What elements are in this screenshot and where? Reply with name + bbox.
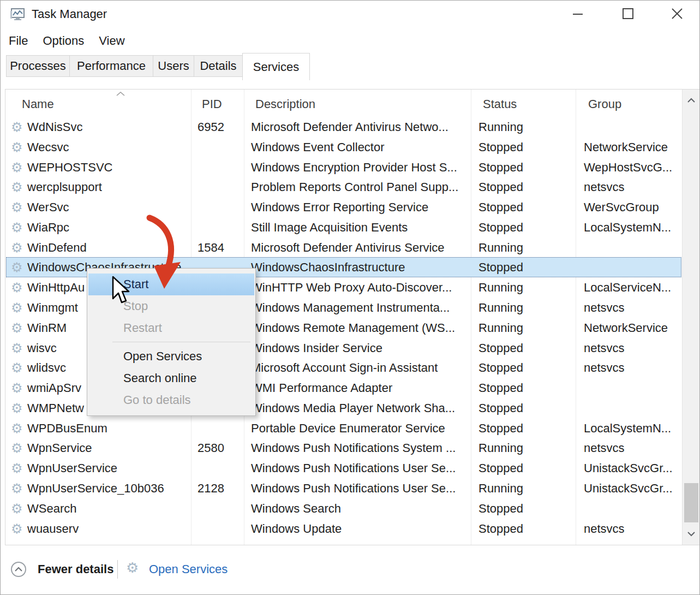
tab-details[interactable]: Details [194, 55, 243, 77]
group-cell: LocalSystemN... [576, 217, 673, 237]
group-cell [576, 398, 673, 418]
table-row[interactable]: ⚙WinDefend1584Microsoft Defender Antivir… [6, 237, 681, 258]
minimize-icon [571, 7, 584, 20]
column-header-description[interactable]: Description [255, 90, 315, 117]
status-cell: Stopped [471, 398, 576, 418]
service-name: WpnUserService [27, 458, 117, 478]
minimize-button[interactable] [565, 1, 590, 27]
service-name: wlidsvc [27, 358, 66, 378]
table-row[interactable]: ⚙wuauservWindows UpdateStoppednetsvcs [6, 519, 681, 539]
menu-bar: FileOptionsView [1, 30, 125, 52]
description-cell: Windows Push Notifications User Se... [244, 458, 471, 478]
service-name: wmiApSrv [27, 378, 81, 398]
status-cell: Stopped [471, 137, 576, 157]
table-row[interactable]: ⚙WecsvcWindows Event CollectorStoppedNet… [6, 137, 681, 157]
close-button[interactable] [664, 1, 690, 27]
service-name: Wecsvc [27, 137, 69, 157]
service-gear-icon: ⚙ [11, 177, 27, 197]
status-cell: Stopped [471, 378, 576, 398]
column-header-group[interactable]: Group [588, 90, 621, 117]
fewer-details-label[interactable]: Fewer details [38, 562, 113, 576]
group-cell [576, 237, 673, 258]
context-menu-item-stop: Stop [87, 295, 255, 317]
service-name: wercplsupport [27, 177, 102, 197]
scrollbar-thumb[interactable] [684, 483, 698, 522]
group-cell: LocalSystemN... [576, 418, 673, 438]
name-cell: ⚙WdNisSvc [6, 117, 191, 137]
group-cell: netsvcs [576, 519, 673, 539]
service-gear-icon: ⚙ [11, 438, 27, 458]
pid-cell: 1584 [191, 237, 244, 258]
status-cell: Stopped [471, 358, 576, 378]
service-gear-icon: ⚙ [11, 297, 27, 318]
tab-users[interactable]: Users [153, 55, 194, 77]
chevron-down-icon [687, 531, 696, 537]
context-menu-item-open-services[interactable]: Open Services [87, 346, 255, 367]
pid-cell [191, 157, 244, 177]
status-cell: Running [471, 297, 576, 318]
service-gear-icon: ⚙ [11, 277, 27, 297]
column-header-pid[interactable]: PID [202, 90, 222, 117]
tab-performance[interactable]: Performance [69, 55, 153, 77]
description-cell: Windows Push Notifications System ... [244, 438, 471, 458]
vertical-scrollbar[interactable] [682, 90, 699, 545]
menu-item-file[interactable]: File [9, 34, 28, 48]
table-row[interactable]: ⚙WiaRpcStill Image Acquisition EventsSto… [6, 217, 681, 237]
column-header-status[interactable]: Status [483, 90, 517, 117]
name-cell: ⚙WEPHOSTSVC [6, 157, 191, 177]
maximize-icon [621, 7, 635, 20]
tab-label: Services [253, 60, 299, 74]
table-row[interactable]: ⚙WdNisSvc6952Microsoft Defender Antiviru… [6, 117, 681, 137]
description-cell: Microsoft Account Sign-in Assistant [244, 358, 471, 378]
column-header-name[interactable]: Name [22, 90, 54, 117]
pid-cell [191, 458, 244, 478]
group-cell: NetworkService [576, 137, 673, 157]
scroll-up-button[interactable] [683, 91, 700, 110]
close-icon [670, 7, 684, 21]
group-cell [576, 378, 673, 398]
maximize-button[interactable] [615, 1, 641, 27]
status-cell: Stopped [471, 519, 576, 539]
table-row[interactable]: ⚙WEPHOSTSVCWindows Encryption Provider H… [6, 157, 681, 177]
service-name: WiaRpc [27, 217, 69, 237]
table-row[interactable]: ⚙WpnService2580Windows Push Notification… [6, 438, 681, 458]
context-menu-item-search-online[interactable]: Search online [87, 367, 255, 389]
status-cell: Stopped [471, 338, 576, 358]
context-menu-item-go-to-details: Go to details [87, 389, 255, 411]
description-cell: Windows Error Reporting Service [244, 197, 471, 217]
title-bar: Task Manager [1, 1, 699, 28]
menu-item-options[interactable]: Options [43, 34, 84, 48]
service-gear-icon: ⚙ [11, 318, 27, 338]
status-cell: Running [471, 277, 576, 297]
service-name: Winmgmt [27, 297, 78, 318]
table-row[interactable]: ⚙WpnUserService_10b0362128Windows Push N… [6, 478, 681, 498]
fewer-details-button[interactable] [11, 562, 26, 577]
sort-ascending-icon [116, 91, 125, 97]
group-cell: LocalServiceN... [576, 277, 673, 297]
scroll-down-button[interactable] [683, 524, 700, 544]
tab-services[interactable]: Services [242, 53, 310, 80]
description-cell: Windows Search [244, 498, 471, 519]
pid-cell [191, 197, 244, 217]
menu-item-view[interactable]: View [99, 34, 124, 48]
status-cell: Running [471, 318, 576, 338]
status-cell: Running [471, 478, 576, 498]
table-row[interactable]: ⚙WerSvcWindows Error Reporting ServiceSt… [6, 197, 681, 217]
description-cell: Windows Encryption Provider Host S... [244, 157, 471, 177]
service-gear-icon: ⚙ [11, 257, 27, 277]
table-row[interactable]: ⚙WPDBusEnumPortable Device Enumerator Se… [6, 418, 681, 438]
table-row[interactable]: ⚙wercplsupportProblem Reports Control Pa… [6, 177, 681, 197]
footer-divider [117, 560, 118, 579]
context-menu-item-restart: Restart [87, 317, 255, 339]
open-services-link[interactable]: Open Services [149, 562, 228, 576]
table-row[interactable]: ⚙WSearchWindows SearchStopped [6, 498, 681, 519]
status-cell: Stopped [471, 257, 576, 277]
tab-processes[interactable]: Processes [6, 55, 70, 77]
service-gear-icon: ⚙ [11, 237, 27, 258]
service-gear-icon: ⚙ [11, 418, 27, 438]
service-gear-icon: ⚙ [11, 358, 27, 378]
table-row[interactable]: ⚙WpnUserServiceWindows Push Notification… [6, 458, 681, 478]
status-cell: Stopped [471, 498, 576, 519]
context-menu-item-start[interactable]: Start [88, 273, 254, 295]
status-cell: Stopped [471, 157, 576, 177]
